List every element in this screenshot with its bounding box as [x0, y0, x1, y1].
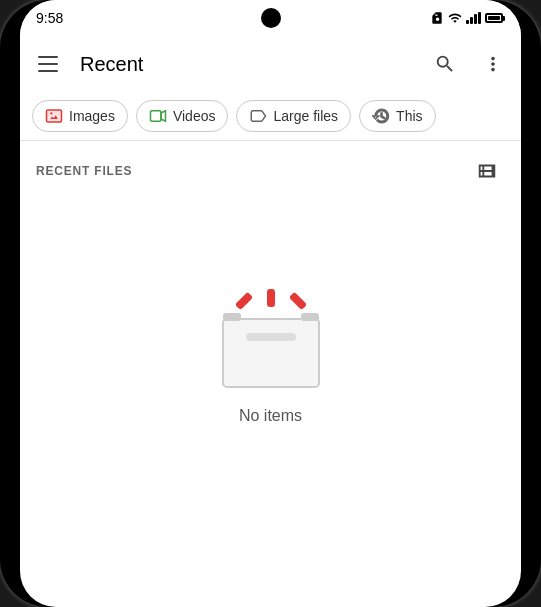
svg-marker-4	[161, 111, 166, 122]
chip-videos[interactable]: Videos	[136, 100, 229, 132]
sim-card-icon	[430, 11, 444, 25]
image-chip-icon	[45, 107, 63, 125]
menu-button[interactable]	[28, 44, 68, 84]
more-vert-icon	[482, 53, 504, 75]
svg-point-2	[50, 112, 52, 114]
search-button[interactable]	[425, 44, 465, 84]
svg-rect-3	[150, 111, 161, 122]
front-camera	[261, 8, 281, 28]
section-title: RECENT FILES	[36, 164, 132, 178]
svg-rect-8	[234, 292, 252, 310]
menu-icon	[38, 56, 58, 58]
menu-icon	[38, 63, 58, 65]
chip-large-files[interactable]: Large files	[236, 100, 351, 132]
search-icon	[434, 53, 456, 75]
chip-this-label: This	[396, 108, 422, 124]
chip-large-files-label: Large files	[273, 108, 338, 124]
label-chip-icon	[249, 107, 267, 125]
chip-images[interactable]: Images	[32, 100, 128, 132]
svg-rect-10	[223, 313, 241, 321]
history-chip-icon	[372, 107, 390, 125]
section-header: RECENT FILES	[20, 141, 521, 197]
empty-illustration	[191, 237, 351, 407]
chip-videos-label: Videos	[173, 108, 216, 124]
svg-rect-5	[223, 319, 319, 387]
svg-rect-9	[288, 292, 306, 310]
status-bar: 9:58	[20, 0, 521, 36]
status-icons	[430, 11, 505, 25]
phone-screen: 9:58	[20, 0, 521, 607]
status-time: 9:58	[36, 10, 63, 26]
more-options-button[interactable]	[473, 44, 513, 84]
empty-label: No items	[239, 407, 302, 425]
svg-rect-11	[301, 313, 319, 321]
page-title: Recent	[80, 53, 417, 76]
svg-rect-7	[267, 289, 275, 307]
battery-icon	[485, 13, 505, 23]
phone-frame: 9:58	[0, 0, 541, 607]
signal-icon	[466, 12, 481, 24]
video-chip-icon	[149, 107, 167, 125]
filter-chips-row: Images Videos Large files	[20, 92, 521, 140]
empty-state: No items	[20, 197, 521, 465]
grid-view-icon	[476, 160, 498, 182]
view-toggle-button[interactable]	[469, 153, 505, 189]
chip-images-label: Images	[69, 108, 115, 124]
menu-icon	[38, 70, 58, 72]
chip-this[interactable]: This	[359, 100, 435, 132]
svg-rect-1	[47, 110, 62, 122]
app-bar: Recent	[20, 36, 521, 92]
wifi-icon	[448, 11, 462, 25]
svg-rect-6	[246, 333, 296, 341]
